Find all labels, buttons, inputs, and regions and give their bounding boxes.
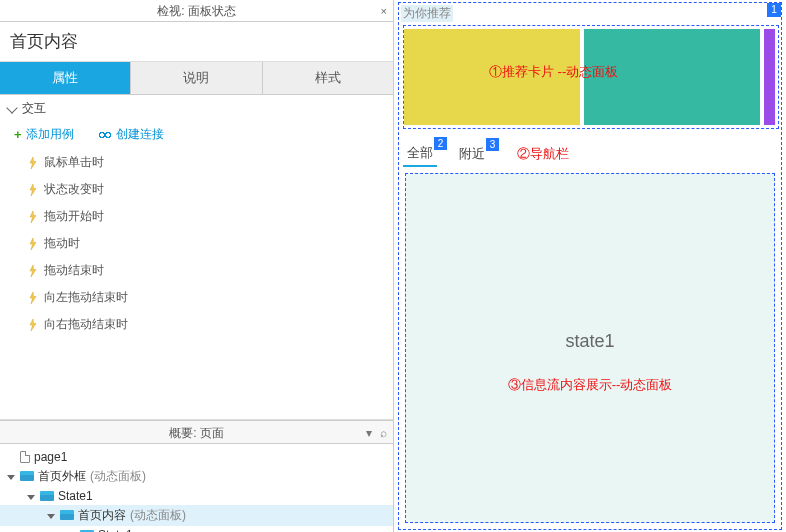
outline-tree[interactable]: page1 首页外框 (动态面板) State1 首页内容 (动态面板) (0, 444, 393, 533)
inspector-header-label: 检视: 面板状态 (157, 4, 236, 18)
nav-tab-all[interactable]: 全部 2 (403, 141, 437, 167)
tree-node-state1[interactable]: State1 (0, 487, 393, 505)
dynamic-panel-icon (40, 491, 54, 501)
annotation-badge-1: 1 (767, 3, 781, 17)
feed-panel[interactable]: state1 ③信息流内容展示--动态面板 (405, 173, 775, 523)
add-case-link[interactable]: 添加用例 (14, 126, 74, 143)
outline-header: 概要: 页面 ▾ ⌕ (0, 420, 393, 444)
bolt-icon (28, 157, 38, 169)
tab-notes[interactable]: 说明 (131, 62, 262, 94)
dynamic-panel-icon (60, 510, 74, 520)
bolt-icon (28, 238, 38, 250)
interaction-links: 添加用例 创建连接 (0, 122, 393, 149)
event-list[interactable]: 鼠标单击时 状态改变时 拖动开始时 拖动时 拖动结束时 向左拖动结束时 向右拖动… (0, 149, 393, 419)
chevron-down-icon[interactable] (26, 489, 36, 503)
annotation-badge-2: 2 (434, 137, 447, 150)
close-icon[interactable]: × (381, 0, 387, 22)
inspector-tabs: 属性 说明 样式 (0, 62, 393, 95)
outline-header-label: 概要: 页面 (169, 426, 224, 440)
tree-node-state1b[interactable]: State1 (0, 526, 393, 533)
event-item[interactable]: 向右拖动结束时 (0, 311, 393, 338)
chevron-down-icon[interactable] (6, 469, 16, 483)
annotation-note-2: ②导航栏 (517, 145, 569, 163)
dynamic-panel-icon (20, 471, 34, 481)
tab-properties[interactable]: 属性 (0, 62, 131, 94)
interaction-section: 交互 添加用例 创建连接 鼠标单击时 状态改变时 拖动开始时 拖动时 拖动结束时… (0, 95, 393, 420)
annotation-badge-3: 3 (486, 138, 499, 151)
inspector-header: 检视: 面板状态 × (0, 0, 393, 22)
tree-node-content[interactable]: 首页内容 (动态面板) (0, 505, 393, 526)
card-purple[interactable] (764, 29, 775, 125)
filter-icon[interactable]: ▾ (366, 421, 372, 445)
chevron-down-icon (6, 102, 17, 113)
tree-node-frame[interactable]: 首页外框 (动态面板) (0, 466, 393, 487)
bolt-icon (28, 265, 38, 277)
tree-node-page[interactable]: page1 (0, 448, 393, 466)
bolt-icon (28, 292, 38, 304)
interaction-section-header[interactable]: 交互 (0, 95, 393, 122)
event-item[interactable]: 拖动结束时 (0, 257, 393, 284)
event-item[interactable]: 状态改变时 (0, 176, 393, 203)
event-item[interactable]: 拖动开始时 (0, 203, 393, 230)
search-icon[interactable]: ⌕ (380, 421, 387, 445)
tab-style[interactable]: 样式 (263, 62, 393, 94)
widget-title: 首页内容 (0, 22, 393, 62)
feed-state-label: state1 (406, 331, 774, 352)
rec-label: 为你推荐 (401, 5, 453, 22)
annotation-note-3: ③信息流内容展示--动态面板 (508, 376, 673, 394)
chevron-down-icon[interactable] (46, 508, 56, 522)
event-item[interactable]: 拖动时 (0, 230, 393, 257)
bolt-icon (28, 184, 38, 196)
chevron-down-icon[interactable] (66, 528, 76, 533)
event-item[interactable]: 鼠标单击时 (0, 149, 393, 176)
bolt-icon (28, 211, 38, 223)
navbar: 全部 2 附近 3 ②导航栏 (403, 141, 777, 167)
event-item[interactable]: 向左拖动结束时 (0, 284, 393, 311)
canvas-preview: 为你推荐 1 ①推荐卡片 --动态面板 全部 2 附近 3 ②导航栏 (394, 0, 786, 532)
nav-tab-near[interactable]: 附近 3 (455, 142, 489, 166)
annotation-note-1: ①推荐卡片 --动态面板 (489, 63, 618, 81)
page-icon (20, 451, 30, 463)
interaction-section-title: 交互 (22, 100, 46, 117)
create-link-link[interactable]: 创建连接 (98, 126, 164, 143)
bolt-icon (28, 319, 38, 331)
